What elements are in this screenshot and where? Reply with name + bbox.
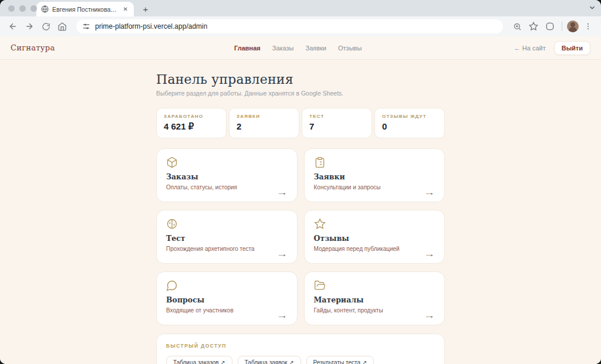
card-title: Тест [166, 234, 288, 243]
back-icon[interactable] [6, 19, 20, 33]
test-results-link[interactable]: Результаты теста ↗ [306, 356, 374, 364]
forward-icon[interactable] [22, 19, 36, 33]
tab-close-icon[interactable]: ✕ [122, 6, 129, 12]
brain-icon [166, 218, 288, 230]
window-controls[interactable] [8, 5, 37, 12]
arrow-right-icon: → [424, 250, 435, 258]
card-title: Отзывы [314, 234, 435, 243]
card-subtitle: Консультации и запросы [314, 184, 435, 190]
star-icon [314, 218, 435, 230]
browser-window: Евгения Постникова — Ими ✕ + prime-platf… [0, 0, 601, 364]
page-content: Сигнатура Главная Заказы Заявки Отзывы ←… [0, 36, 601, 364]
stat-label: ОТЗЫВЫ ЖДУТ [382, 114, 437, 119]
folder-open-icon [314, 280, 435, 291]
zoom-icon[interactable] [510, 19, 524, 33]
card-subtitle: Прохождения архетипного теста [166, 246, 288, 252]
arrow-right-icon: → [424, 188, 435, 197]
tab-strip: Евгения Постникова — Ими ✕ + [0, 0, 601, 16]
dashboard: Панель управления Выберите раздел для ра… [156, 60, 445, 364]
nav-item-zayavki[interactable]: Заявки [305, 45, 326, 52]
stat-label: ТЕСТ [309, 114, 364, 119]
arrow-right-icon: → [424, 311, 435, 320]
chat-bubble-icon [166, 280, 288, 291]
nav-item-otzyvy[interactable]: Отзывы [338, 45, 362, 52]
card-subtitle: Оплаты, статусы, история [166, 184, 288, 190]
arrow-right-icon: → [276, 188, 288, 197]
maximize-window-button[interactable] [31, 5, 37, 12]
tab-search-chevron-icon[interactable] [588, 4, 596, 14]
clipboard-icon [314, 157, 435, 168]
card-questions[interactable]: Вопросы Входящие от участников → [156, 271, 298, 325]
extensions-icon[interactable] [543, 19, 557, 33]
card-materials[interactable]: Материалы Гайды, контент, продукты → [304, 271, 445, 325]
new-tab-button[interactable]: + [139, 2, 153, 16]
card-title: Материалы [314, 295, 435, 304]
stat-requests: ЗАЯВКИ 2 [229, 108, 299, 138]
card-orders[interactable]: Заказы Оплаты, статусы, история → [156, 148, 298, 202]
stat-value: 4 621 ₽ [164, 121, 219, 132]
stat-value: 0 [382, 121, 437, 131]
address-bar[interactable]: prime-platform-psi.vercel.app/admin [76, 19, 503, 33]
nav-item-glavnaya[interactable]: Главная [234, 45, 261, 52]
site-logo[interactable]: Сигнатура [11, 43, 55, 52]
site-settings-icon[interactable] [82, 22, 90, 30]
quick-access-panel: БЫСТРЫЙ ДОСТУП Таблица заказов ↗ Таблица… [156, 334, 445, 364]
home-icon[interactable] [55, 19, 69, 33]
package-icon [166, 157, 288, 168]
stat-reviews-waiting: ОТЗЫВЫ ЖДУТ 0 [374, 108, 445, 138]
orders-table-link[interactable]: Таблица заказов ↗ [166, 356, 232, 364]
quick-links: Таблица заказов ↗ Таблица заявок ↗ Резул… [166, 356, 435, 364]
tab-title: Евгения Постникова — Ими [52, 6, 119, 13]
card-title: Заявки [314, 172, 435, 181]
stat-test: ТЕСТ 7 [302, 108, 372, 138]
card-title: Заказы [166, 172, 288, 181]
card-subtitle: Гайды, контент, продукты [314, 307, 435, 314]
section-cards: Заказы Оплаты, статусы, история → Заявки… [156, 148, 445, 325]
nav-item-zakazy[interactable]: Заказы [272, 45, 294, 52]
page-subtitle: Выберите раздел для работы. Данные храня… [156, 90, 445, 97]
bookmark-star-icon[interactable] [526, 19, 541, 33]
arrow-right-icon: → [276, 311, 288, 320]
stat-earned: ЗАРАБОТАНО 4 621 ₽ [156, 108, 227, 138]
card-reviews[interactable]: Отзывы Модерация перед публикацией → [304, 210, 445, 264]
globe-favicon-icon [41, 5, 49, 13]
site-header: Сигнатура Главная Заказы Заявки Отзывы ←… [0, 36, 601, 60]
toolbar-divider [562, 22, 562, 31]
stats-row: ЗАРАБОТАНО 4 621 ₽ ЗАЯВКИ 2 ТЕСТ 7 ОТЗЫВ… [156, 108, 445, 138]
stat-label: ЗАРАБОТАНО [164, 114, 219, 119]
page-title: Панель управления [156, 72, 445, 87]
profile-avatar[interactable] [567, 21, 579, 32]
browser-toolbar: prime-platform-psi.vercel.app/admin [0, 16, 601, 36]
header-actions: ← На сайт Выйти [514, 41, 590, 55]
reload-icon[interactable] [39, 19, 53, 33]
stat-value: 2 [237, 121, 292, 131]
browser-menu-icon[interactable] [581, 19, 595, 33]
logout-button[interactable]: Выйти [554, 41, 590, 55]
back-to-site-link[interactable]: ← На сайт [514, 45, 546, 52]
close-window-button[interactable] [8, 5, 15, 12]
arrow-right-icon: → [276, 250, 288, 258]
stat-label: ЗАЯВКИ [237, 114, 292, 119]
card-requests[interactable]: Заявки Консультации и запросы → [304, 148, 445, 202]
card-subtitle: Модерация перед публикацией [314, 246, 435, 252]
browser-tab[interactable]: Евгения Постникова — Ими ✕ [36, 2, 134, 16]
minimize-window-button[interactable] [19, 5, 26, 12]
card-title: Вопросы [166, 295, 288, 304]
url-text: prime-platform-psi.vercel.app/admin [95, 22, 207, 30]
stat-value: 7 [309, 121, 364, 131]
quick-access-label: БЫСТРЫЙ ДОСТУП [166, 343, 435, 349]
card-test[interactable]: Тест Прохождения архетипного теста → [156, 210, 298, 264]
site-nav: Главная Заказы Заявки Отзывы [234, 45, 362, 52]
requests-table-link[interactable]: Таблица заявок ↗ [238, 356, 301, 364]
card-subtitle: Входящие от участников [166, 307, 288, 314]
